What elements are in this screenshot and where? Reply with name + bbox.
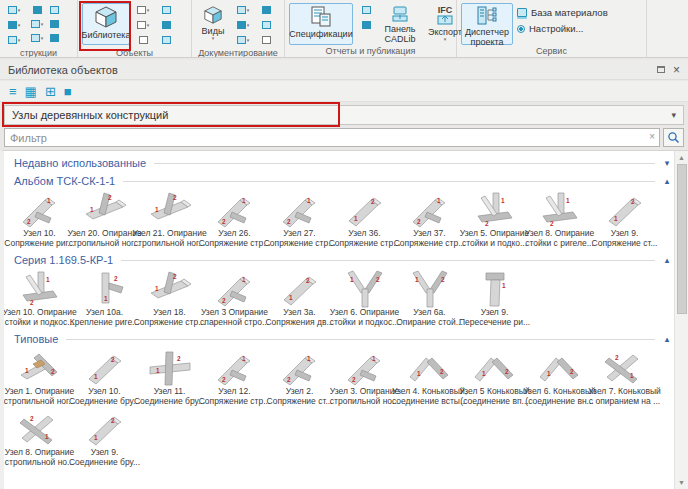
group-label-constructions: струкции [0,47,77,57]
construction-tool-button[interactable] [44,31,64,45]
library-item[interactable]: 12Узел 8. Опираниестойки с ригеле... [527,191,592,248]
construction-tool-button[interactable] [44,17,64,31]
scroll-up-icon[interactable]: ▲ [678,151,685,164]
chevron-up-icon[interactable]: ▴ [662,176,672,186]
chevron-down-icon[interactable]: ▾ [662,158,672,168]
svg-text:1: 1 [104,295,108,302]
library-item[interactable]: 21Узел 37.Сопряжение стр... [397,191,462,248]
construction-tool-button[interactable] [4,33,24,47]
construction-tool-button[interactable] [4,3,24,17]
library-item[interactable]: 12Узел 20. Опираниестропильной ног... [72,191,137,248]
svg-text:2: 2 [570,368,574,375]
cadlib-panel-button[interactable]: Панель CADLib [379,3,421,45]
report-tool-button[interactable] [356,18,376,32]
vertical-scrollbar[interactable]: ▲ ▼ [674,151,688,489]
object-icon [162,21,171,29]
object-tool-button[interactable] [156,18,176,32]
construction-icon [50,6,59,14]
list-view-icon[interactable]: ≡ [9,85,17,98]
medium-grid-view-icon[interactable]: ⊞ [45,85,56,98]
close-icon[interactable]: × [673,65,680,75]
section-header[interactable]: Типовые▴ [14,330,672,348]
documentation-tool-button[interactable] [256,18,276,32]
svg-text:2: 2 [417,218,421,225]
svg-text:2: 2 [505,368,509,375]
library-item[interactable]: 1Узел 9.Пересечение ри... [462,270,527,327]
construction-tool-button[interactable] [44,3,64,17]
library-item[interactable]: 21Узел 10.Сопряжение риг... [7,191,72,248]
documentation-tool-button[interactable] [233,3,253,17]
svg-text:2: 2 [30,415,34,422]
documentation-icon [237,36,246,44]
small-grid-view-icon[interactable]: ▦ [25,85,37,98]
library-item[interactable]: 12Узел 10. Опираниестойки и подкос... [7,270,72,327]
library-item[interactable]: 12Узел 6. Коньковый(соединение вн... [527,349,592,406]
library-item[interactable]: 21Узел 27.Сопряжение стр... [267,191,332,248]
documentation-tool-button[interactable] [233,18,253,32]
construction-tool-button[interactable] [4,18,24,32]
section-header[interactable]: Альбом ТСК-СК-1-1▴ [14,172,672,190]
library-item[interactable]: 21Узел 2.Сопряжение ст... [267,349,332,406]
library-item[interactable]: 12Узел 9.Сопряжение ст... [592,191,657,248]
svg-text:2: 2 [306,277,310,284]
library-item[interactable]: 12Узел 10.Соединение бру... [72,349,137,406]
object-tool-button[interactable] [133,33,153,47]
library-item[interactable]: 12Узел 10а.Крепление риге... [72,270,137,327]
chevron-up-icon[interactable]: ▴ [662,255,672,265]
documentation-tool-button[interactable] [256,3,276,17]
library-item[interactable]: 12Узел 3а.Сопряжения дв... [267,270,332,327]
views-button[interactable]: Виды ▾ [196,3,230,45]
library-item[interactable]: 12Узел 9.Соединение бру... [72,410,137,467]
project-manager-button[interactable]: Диспетчер проекта [461,3,513,45]
item-label-line2: спаренной стро... [200,318,269,328]
object-tool-button[interactable] [133,3,153,17]
search-button[interactable] [663,128,684,147]
library-item[interactable]: 12Узел 6. Опираниестойки и подкос... [332,270,397,327]
documentation-tool-button[interactable] [233,33,253,47]
library-item[interactable]: 12Узел 21. Опираниестропильной ног... [137,191,202,248]
library-item[interactable]: 12Узел 8. Опираниестропильной но... [7,410,72,467]
group-label-service: Сервис [457,45,646,57]
library-item[interactable]: 12Узел 5. Опираниестойки и подко... [462,191,527,248]
section-header[interactable]: Серия 1.169.5-КР-1▴ [14,251,672,269]
library-item[interactable]: 12Узел 7. Коньковыйс опиранием на ... [592,349,657,406]
library-item[interactable]: 12Узел 1. Опираниестропильной ног... [7,349,72,406]
library-item[interactable]: 12Узел 5 Коньковый(соединение вп... [462,349,527,406]
plank-joint-thumbnail: 12 [278,270,322,308]
materials-db-button[interactable]: База материалов [516,5,609,20]
scroll-down-icon[interactable]: ▼ [678,476,685,489]
library-item[interactable]: 21Узел 3 Опираниеспаренной стро... [202,270,267,327]
library-item[interactable]: 12Узел 4. Коньковый,соединение всты... [397,349,462,406]
report-tool-button[interactable] [356,3,376,17]
library-item[interactable]: 21Узел 12.Сопряжение стр... [202,349,267,406]
library-item[interactable]: 21Узел 3. Опираниестропильной но... [332,349,397,406]
category-dropdown[interactable]: Узлы деревянных конструкций ▾ [4,105,684,125]
materials-db-label: База материалов [531,7,608,18]
dock-panel-icon[interactable] [657,66,665,73]
section-header[interactable]: Недавно использованные▾ [14,154,672,172]
cadlib-label-line2: CADLib [384,34,415,44]
large-grid-view-icon[interactable]: ■ [64,85,72,98]
item-label-line2: стойки и подкос... [5,318,74,328]
object-tool-button[interactable] [133,18,153,32]
filter-input[interactable] [4,128,660,147]
chevron-down-icon: ▾ [671,110,676,120]
documentation-icon [237,6,246,14]
library-item[interactable]: 12Узел 6а.Опирание стой... [397,270,462,327]
chevron-up-icon[interactable]: ▴ [662,334,672,344]
library-item[interactable]: 12Узел 18.Сопряжение стр... [137,270,202,327]
scrollbar-thumb[interactable] [677,164,687,314]
object-tool-button[interactable] [156,3,176,17]
export-tray-icon [437,15,453,27]
svg-text:1: 1 [502,282,506,289]
object-tool-button[interactable] [156,33,176,47]
settings-button[interactable]: Настройки... [516,21,609,36]
construction-icon [8,21,17,29]
library-item[interactable]: 21Узел 26.Сопряжение стр... [202,191,267,248]
library-item[interactable]: 12Узел 11.Соединение бру... [137,349,202,406]
specifications-button[interactable]: Спецификации [289,3,353,45]
library-item[interactable]: 12Узел 36.Сопряжение стр... [332,191,397,248]
clear-filter-icon[interactable]: × [649,131,655,142]
library-button[interactable]: Библиотека [82,3,130,45]
documentation-tool-button[interactable] [256,33,276,47]
